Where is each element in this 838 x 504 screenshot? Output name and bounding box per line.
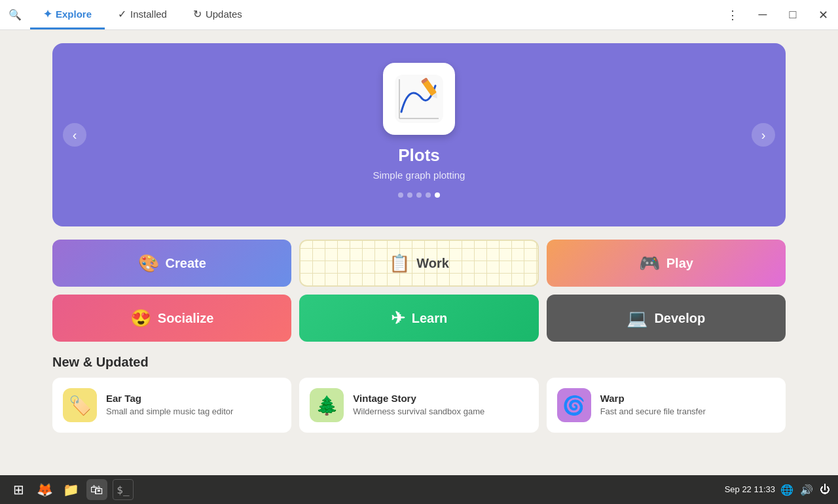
tab-installed[interactable]: ✓ Installed <box>105 0 180 29</box>
warp-icon: 🌀 <box>557 388 591 422</box>
dot-3[interactable] <box>416 192 422 198</box>
warp-info: Warp Fast and secure file transfer <box>600 393 706 418</box>
develop-icon: 💻 <box>627 308 647 329</box>
restore-button[interactable]: □ <box>778 0 808 30</box>
hero-next-button[interactable]: › <box>752 123 775 147</box>
taskbar-software[interactable]: 🛍 <box>86 479 107 500</box>
app-list: 🏷️ Ear Tag Small and simple music tag ed… <box>52 378 786 443</box>
category-play[interactable]: 🎮 Play <box>547 240 786 287</box>
more-button[interactable]: ⋮ <box>718 0 748 30</box>
category-learn[interactable]: ✈ Learn <box>299 295 538 342</box>
taskbar: ⊞ 🦊 📁 🛍 $_ Sep 22 11:33 🌐 🔊 ⏻ <box>0 475 838 504</box>
search-icon: 🔍 <box>9 9 22 21</box>
taskbar-sys-icons: 🌐 🔊 ⏻ <box>780 484 830 496</box>
category-grid: 🎨 Create 📋 Work 🎮 Play 😍 Socialize ✈ Lea… <box>52 240 786 342</box>
installed-icon: ✓ <box>118 8 126 20</box>
network-icon[interactable]: 🌐 <box>780 484 793 496</box>
category-work[interactable]: 📋 Work <box>299 240 538 287</box>
play-icon: 🎮 <box>639 253 660 274</box>
vintage-story-info: Vintage Story Wilderness survival sandbo… <box>353 393 484 418</box>
ear-tag-info: Ear Tag Small and simple music tag edito… <box>106 393 233 418</box>
power-icon[interactable]: ⏻ <box>820 484 830 495</box>
category-develop[interactable]: 💻 Develop <box>547 295 786 342</box>
hero-prev-button[interactable]: ‹ <box>63 123 86 147</box>
updates-icon: ↻ <box>193 8 202 20</box>
explore-icon: ✦ <box>43 8 52 20</box>
main-content: ‹ › Plots Simple graph plotting <box>0 30 838 475</box>
create-icon: 🎨 <box>138 253 159 274</box>
hero-dots <box>398 192 440 198</box>
dot-4[interactable] <box>426 192 431 198</box>
search-button[interactable]: 🔍 <box>0 0 30 30</box>
learn-icon: ✈ <box>391 308 405 329</box>
taskbar-files[interactable]: 📁 <box>60 479 81 500</box>
hero-title: Plots <box>398 145 440 166</box>
app-card-vintage-story[interactable]: 🌲 Vintage Story Wilderness survival sand… <box>299 378 538 433</box>
app-card-ear-tag[interactable]: 🏷️ Ear Tag Small and simple music tag ed… <box>52 378 291 433</box>
app-card-warp[interactable]: 🌀 Warp Fast and secure file transfer <box>547 378 786 433</box>
vintage-story-icon: 🌲 <box>310 388 344 422</box>
tab-updates[interactable]: ↻ Updates <box>180 0 255 29</box>
taskbar-datetime: Sep 22 11:33 <box>725 484 775 495</box>
taskbar-app-grid[interactable]: ⊞ <box>8 479 29 500</box>
hero-subtitle: Simple graph plotting <box>373 170 465 181</box>
titlebar: 🔍 ✦ Explore ✓ Installed ↻ Updates ⋮ ─ □ … <box>0 0 838 30</box>
socialize-icon: 😍 <box>130 308 151 329</box>
category-socialize[interactable]: 😍 Socialize <box>52 295 291 342</box>
minimize-button[interactable]: ─ <box>748 0 778 30</box>
work-icon: 📋 <box>389 253 410 274</box>
dot-5[interactable] <box>435 192 440 198</box>
window-controls: ⋮ ─ □ ✕ <box>718 0 838 30</box>
nav-tabs: ✦ Explore ✓ Installed ↻ Updates <box>30 0 718 29</box>
dot-1[interactable] <box>398 192 403 198</box>
new-updated-title: New & Updated <box>52 355 786 370</box>
volume-icon[interactable]: 🔊 <box>800 484 813 496</box>
dot-2[interactable] <box>407 192 412 198</box>
taskbar-terminal[interactable]: $_ <box>113 479 134 500</box>
tab-explore[interactable]: ✦ Explore <box>30 0 105 29</box>
taskbar-firefox[interactable]: 🦊 <box>34 479 55 500</box>
hero-app-icon <box>383 63 455 135</box>
svg-rect-1 <box>395 75 443 123</box>
ear-tag-icon: 🏷️ <box>63 388 97 422</box>
hero-banner: ‹ › Plots Simple graph plotting <box>52 43 786 226</box>
category-create[interactable]: 🎨 Create <box>52 240 291 287</box>
close-button[interactable]: ✕ <box>808 0 838 30</box>
